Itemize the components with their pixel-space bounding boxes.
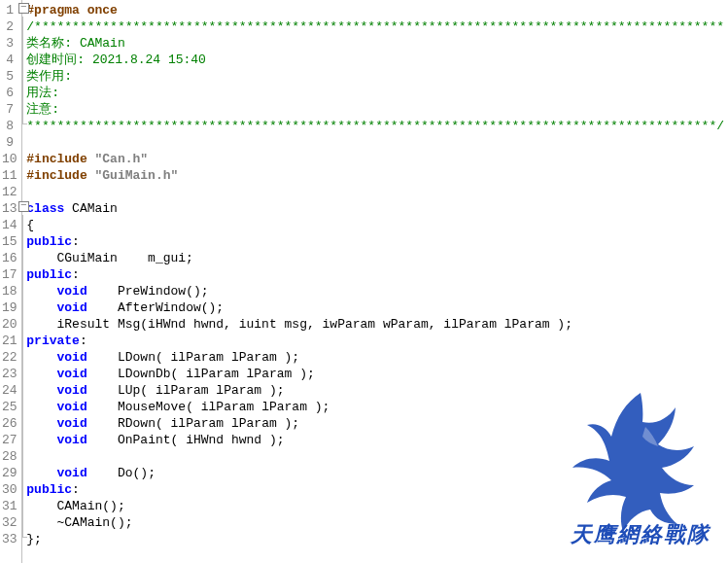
line-number: 5: [2, 68, 14, 85]
code-line[interactable]: /***************************************…: [26, 18, 724, 35]
code-line[interactable]: void Do();: [26, 465, 724, 481]
fold-guide: [17, 116, 21, 132]
code-line[interactable]: public:: [26, 233, 724, 250]
code-line[interactable]: CAMain();: [26, 498, 724, 514]
line-number: 20: [2, 316, 14, 333]
code-line[interactable]: void LDownDb( ilParam lParam );: [26, 366, 724, 382]
code-token: LDownDb( ilParam lParam );: [87, 367, 315, 381]
fold-guide: [17, 281, 21, 298]
code-token: MouseMove( ilParam lParam );: [87, 400, 330, 414]
code-token: 注意:: [26, 102, 59, 117]
code-token: PreWindow();: [87, 284, 209, 299]
code-line[interactable]: void MouseMove( ilParam lParam );: [26, 399, 724, 415]
code-line[interactable]: [26, 134, 724, 151]
line-number: 18: [2, 283, 14, 299]
code-line[interactable]: ~CAMain();: [26, 514, 724, 531]
code-token: ~CAMain();: [26, 515, 132, 530]
code-token: 类作用:: [26, 69, 72, 84]
line-number: 13: [2, 200, 14, 217]
fold-guide: [17, 380, 21, 397]
line-number: 27: [2, 432, 14, 448]
code-line[interactable]: #pragma once: [26, 2, 724, 18]
fold-guide: [17, 364, 21, 380]
code-line[interactable]: void OnPaint( iHWnd hwnd );: [26, 432, 724, 448]
code-area[interactable]: #pragma once/***************************…: [22, 0, 728, 563]
code-line[interactable]: [26, 184, 724, 200]
fold-guide: [17, 132, 21, 149]
code-editor[interactable]: 1234567891011121314151617181920212223242…: [0, 0, 728, 563]
code-line[interactable]: 类名称: CAMain: [26, 35, 724, 52]
fold-guide: [17, 479, 21, 496]
code-token: class: [26, 201, 64, 216]
fold-guide: [17, 66, 21, 83]
fold-guide: [17, 529, 21, 545]
code-line[interactable]: 注意:: [26, 101, 724, 118]
code-line[interactable]: 创建时间: 2021.8.24 15:40: [26, 52, 724, 68]
fold-toggle-icon[interactable]: [17, 198, 21, 215]
fold-guide: [17, 430, 21, 446]
code-line[interactable]: private:: [26, 333, 724, 349]
code-token: [26, 284, 56, 299]
fold-guide: [17, 165, 21, 182]
line-number: 17: [2, 266, 14, 283]
line-number: 19: [2, 299, 14, 316]
code-line[interactable]: 类作用:: [26, 68, 724, 85]
fold-margin[interactable]: [17, 0, 22, 563]
line-number: 15: [2, 233, 14, 250]
code-line[interactable]: };: [26, 531, 724, 547]
code-line[interactable]: ****************************************…: [26, 118, 724, 134]
code-token: void: [57, 400, 87, 414]
code-line[interactable]: iResult Msg(iHWnd hwnd, iuint msg, iwPar…: [26, 316, 724, 333]
line-number: 22: [2, 349, 14, 366]
code-line[interactable]: public:: [26, 481, 724, 498]
fold-guide: [17, 512, 21, 529]
code-token: public: [26, 267, 72, 282]
line-number: 3: [2, 35, 14, 52]
code-token: [26, 367, 56, 381]
code-token: void: [57, 383, 87, 398]
code-token: AfterWindow();: [87, 300, 224, 315]
line-number: 1: [2, 2, 14, 18]
code-token: Do();: [87, 466, 156, 480]
code-line[interactable]: #include "GuiMain.h": [26, 167, 724, 184]
code-token: void: [57, 300, 87, 315]
code-token: [26, 466, 56, 480]
fold-guide: [17, 347, 21, 364]
code-line[interactable]: CGuiMain m_gui;: [26, 250, 724, 266]
line-number: 28: [2, 448, 14, 465]
code-token: :: [72, 234, 80, 249]
code-line[interactable]: void RDown( ilParam lParam );: [26, 415, 724, 432]
line-number-gutter: 1234567891011121314151617181920212223242…: [0, 0, 17, 563]
code-line[interactable]: void LDown( ilParam lParam );: [26, 349, 724, 366]
code-line[interactable]: [26, 448, 724, 465]
code-token: [26, 433, 56, 447]
fold-guide: [17, 215, 21, 231]
code-token: #pragma once: [26, 3, 118, 18]
code-token: :: [80, 334, 87, 348]
code-token: 创建时间: 2021.8.24 15:40: [26, 53, 206, 67]
code-token: 类名称: CAMain: [26, 36, 124, 51]
code-token: 用法:: [26, 86, 59, 100]
code-line[interactable]: 用法:: [26, 85, 724, 101]
code-line[interactable]: void LUp( ilParam lParam );: [26, 382, 724, 399]
code-token: "Can.h": [95, 152, 149, 166]
code-token: private: [26, 334, 80, 348]
fold-guide: [17, 83, 21, 99]
fold-toggle-icon[interactable]: [17, 0, 21, 17]
fold-guide: [17, 248, 21, 264]
code-line[interactable]: #include "Can.h": [26, 151, 724, 167]
fold-guide: [17, 50, 21, 66]
code-token: LDown( ilParam lParam );: [87, 350, 299, 365]
line-number: 24: [2, 382, 14, 399]
code-line[interactable]: public:: [26, 266, 724, 283]
line-number: 12: [2, 184, 14, 200]
code-token: CAMain();: [26, 499, 124, 513]
line-number: 21: [2, 333, 14, 349]
line-number: 23: [2, 366, 14, 382]
fold-guide: [17, 298, 21, 314]
code-line[interactable]: {: [26, 217, 724, 233]
code-line[interactable]: void AfterWindow();: [26, 299, 724, 316]
line-number: 11: [2, 167, 14, 184]
code-line[interactable]: void PreWindow();: [26, 283, 724, 299]
code-line[interactable]: class CAMain: [26, 200, 724, 217]
